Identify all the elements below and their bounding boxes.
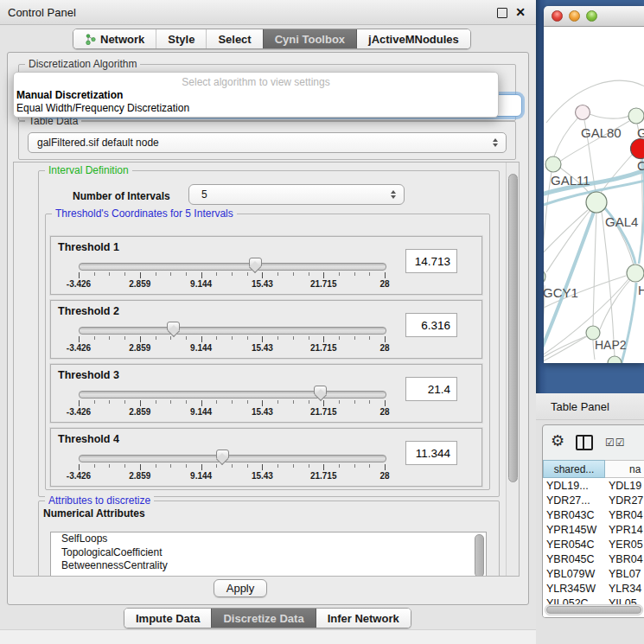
table-row[interactable]: YLR345WYLR34 xyxy=(543,581,644,596)
tick-mark xyxy=(124,464,125,468)
settings-vertical-scrollbar[interactable] xyxy=(506,163,519,576)
spinner-updown-arrows-icon xyxy=(391,190,396,199)
network-edge[interactable] xyxy=(590,114,629,118)
network-node[interactable] xyxy=(627,265,644,282)
threshold-value-field[interactable]: 21.4 xyxy=(405,377,457,401)
tab-network[interactable]: Network xyxy=(73,29,156,48)
checkboxes-icon[interactable]: ☑☑ xyxy=(605,437,626,449)
table-row[interactable]: YDL19...YDL19 xyxy=(543,478,644,493)
tick-mark xyxy=(293,272,294,276)
tab-discretize-data[interactable]: Discretize Data xyxy=(211,609,315,628)
network-node[interactable] xyxy=(608,356,622,363)
gear-icon[interactable]: ⚙ xyxy=(551,432,564,450)
table-row[interactable]: YBL079WYBL07 xyxy=(543,566,644,581)
tab-label: Network xyxy=(100,33,144,46)
network-node[interactable] xyxy=(576,105,590,120)
table-row[interactable]: YPR145WYPR14 xyxy=(543,522,644,537)
threshold-value-field[interactable]: 6.316 xyxy=(405,313,457,337)
tab-infer-network[interactable]: Infer Network xyxy=(316,609,411,628)
tick-label: 9.144 xyxy=(190,279,212,289)
threshold-slider-thumb[interactable] xyxy=(314,386,327,395)
minimize-traffic-light-icon[interactable] xyxy=(569,10,580,22)
tab-style[interactable]: Style xyxy=(156,29,206,48)
content-panel: Discretization Algorithm Select algorith… xyxy=(7,52,529,605)
panel-title: Control Panel xyxy=(8,6,76,19)
network-node[interactable] xyxy=(544,269,545,284)
settings-scrollbar-thumb[interactable] xyxy=(508,174,518,482)
network-node[interactable] xyxy=(586,192,607,213)
float-window-icon[interactable] xyxy=(497,8,507,18)
algorithm-popup-item[interactable]: Manual Discretization xyxy=(14,89,498,102)
table-toolbar: ⚙ ☑☑ xyxy=(543,425,644,460)
threshold-slider-track[interactable] xyxy=(79,391,386,399)
close-traffic-light-icon[interactable] xyxy=(552,10,563,22)
tick-mark xyxy=(247,464,248,468)
apply-button[interactable]: Apply xyxy=(214,579,267,597)
threshold-slider-thumb[interactable] xyxy=(249,258,262,267)
attribute-list-item[interactable]: TopologicalCoefficient xyxy=(51,546,486,560)
tick-mark xyxy=(79,336,80,342)
tick-mark xyxy=(293,464,294,468)
tick-label: 15.43 xyxy=(252,343,273,353)
columns-icon[interactable] xyxy=(576,435,593,450)
attribute-list-item[interactable]: SelfLoops xyxy=(51,532,486,546)
table-header-name[interactable]: na xyxy=(605,460,644,478)
attributes-list-scrollbar[interactable] xyxy=(475,534,484,577)
algorithm-popup-item[interactable]: Equal Width/Frequency Discretization xyxy=(14,102,498,115)
tab-jactivemnodules[interactable]: jActiveMNodules xyxy=(356,29,470,48)
tick-mark xyxy=(293,400,294,404)
threshold-value-field[interactable]: 11.344 xyxy=(405,441,457,465)
tick-label: 28 xyxy=(379,471,389,481)
network-node[interactable] xyxy=(628,108,644,124)
network-node[interactable] xyxy=(545,156,561,172)
table-header-shared-name[interactable]: shared... xyxy=(543,460,605,478)
threshold-label: Threshold 1 xyxy=(58,241,119,253)
screen: Control Panel ✕ NetworkStyleSelectCyni T… xyxy=(0,0,644,644)
threshold-slider-thumb[interactable] xyxy=(167,322,180,331)
slider-tick-labels: -3.4262.8599.14415.4321.71528 xyxy=(79,471,385,481)
network-edge[interactable] xyxy=(554,118,577,156)
tick-mark xyxy=(385,336,386,342)
table-row[interactable]: YDR27...YDR27 xyxy=(543,493,644,507)
table-row[interactable]: YBR045CYBR04 xyxy=(543,552,644,566)
table-cell-name: YER05 xyxy=(607,539,644,551)
attribute-list-item[interactable]: BetweennessCentrality xyxy=(51,559,486,573)
network-edge[interactable] xyxy=(544,336,586,360)
threshold-slider-track[interactable] xyxy=(79,455,386,462)
tab-cyni-toolbox[interactable]: Cyni Toolbox xyxy=(263,29,356,48)
tick-mark xyxy=(369,400,370,404)
tick-mark xyxy=(309,272,309,276)
tick-mark xyxy=(79,272,80,278)
tick-mark xyxy=(170,336,171,340)
threshold-value-field[interactable]: 14.713 xyxy=(405,249,457,273)
close-icon[interactable]: ✕ xyxy=(515,4,526,20)
zoom-traffic-light-icon[interactable] xyxy=(586,10,597,22)
tick-label: 21.715 xyxy=(310,407,337,417)
table-rows: YDL19...YDL19YDR27...YDR27YBR043CYBR04YP… xyxy=(543,478,644,617)
tab-select[interactable]: Select xyxy=(206,29,262,48)
network-edge[interactable] xyxy=(593,213,596,326)
threshold-slider-track[interactable] xyxy=(79,263,386,271)
network-canvas[interactable]: GAL80GAGAL11CGAL4GCY1HHAP2 xyxy=(544,27,644,363)
slider-ticks xyxy=(79,464,385,471)
table-row[interactable]: YER054CYER05 xyxy=(543,537,644,552)
number-of-intervals-spinner[interactable]: 5 xyxy=(188,184,405,205)
network-edge[interactable] xyxy=(602,212,615,356)
threshold-panel: Threshold 3-3.4262.8599.14415.4321.71528… xyxy=(50,364,482,423)
table-panel-body: ⚙ ☑☑ shared... na YDL19...YDL19YDR27...Y… xyxy=(536,420,644,644)
interval-definition-group-title: Interval Definition xyxy=(45,164,132,176)
table-data-combobox[interactable]: galFiltered.sif default node xyxy=(28,132,507,153)
bottom-strip xyxy=(0,629,536,644)
table-horizontal-scrollbar[interactable] xyxy=(545,604,643,615)
table-hscrollbar-thumb[interactable] xyxy=(546,606,641,614)
tick-mark xyxy=(109,272,110,276)
network-node[interactable] xyxy=(631,139,644,159)
network-edge[interactable] xyxy=(544,210,588,259)
threshold-slider-track[interactable] xyxy=(79,327,386,335)
threshold-slider-thumb[interactable] xyxy=(216,450,229,459)
tab-impute-data[interactable]: Impute Data xyxy=(124,609,211,628)
numerical-attributes-list[interactable]: SelfLoopsTopologicalCoefficientBetweenne… xyxy=(50,532,487,577)
tab-label: Select xyxy=(218,33,251,46)
table-row[interactable]: YBR043CYBR04 xyxy=(543,507,644,522)
tab-label: Discretize Data xyxy=(223,612,303,625)
